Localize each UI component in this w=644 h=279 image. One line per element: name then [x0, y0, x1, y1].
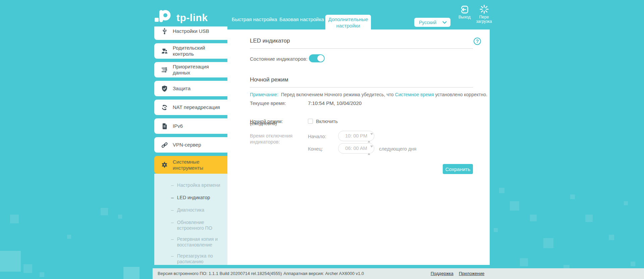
- note-text-2: установлено корректно.: [435, 92, 487, 97]
- submenu-item-firmware-update[interactable]: – Обновление встроенного ПО: [154, 220, 227, 231]
- logout-icon: [457, 5, 472, 14]
- submenu-item-label: Настройка времени: [177, 182, 220, 188]
- submenu-item-label: Резервная копия и восстановление: [177, 236, 223, 248]
- sidebar-item-qos[interactable]: Приоритезация данных: [154, 62, 227, 77]
- sidebar-item-nat-forwarding[interactable]: NAT переадресация: [154, 100, 227, 115]
- tp-link-logo: tp-link: [154, 9, 208, 26]
- firmware-version-text: Версия встроенного ПО: 1.1.1 Build 20200…: [158, 268, 282, 279]
- submenu-item-label: LED индикатор: [177, 195, 210, 201]
- sidebar-item-label: VPN-сервер: [173, 142, 201, 148]
- sidebar-item-label: Родительский контроль: [173, 45, 225, 57]
- sidebar-item-label: Настройки USB: [173, 28, 209, 34]
- led-section-title: LED индикатор: [250, 38, 290, 44]
- submenu-dash: –: [171, 236, 174, 248]
- reboot-button[interactable]: Пере загрузка: [474, 4, 494, 24]
- sidebar-item-label: Системные инструменты: [173, 159, 225, 171]
- logout-button[interactable]: Выход: [457, 5, 472, 19]
- submenu-dash: –: [171, 182, 174, 188]
- start-time-label: Начало:: [308, 134, 326, 139]
- sidebar-item-security[interactable]: Защита: [154, 81, 227, 96]
- sidebar-item-parental-control[interactable]: Родительский контроль: [154, 43, 227, 59]
- reboot-label-line1: Пере: [479, 15, 489, 19]
- sidebar-item-label: Приоритезация данных: [173, 64, 225, 76]
- night-mode-note: Примечание: Перед включением Ночного реж…: [250, 92, 487, 97]
- logout-label: Выход: [459, 15, 471, 19]
- shield-icon: [161, 85, 168, 92]
- tab-basic-settings[interactable]: Базовая настройка: [278, 15, 325, 30]
- sidebar-item-label: Защита: [173, 86, 191, 92]
- night-mode-section-title: Ночной режим: [250, 76, 288, 83]
- hardware-version-text: Аппаратная версия: Archer AX6000 v1.0: [283, 268, 364, 279]
- qos-icon: [161, 66, 168, 73]
- submenu-item-diagnostics[interactable]: – Диагностика: [154, 207, 227, 213]
- reboot-icon: [474, 4, 494, 14]
- usb-icon: [161, 27, 168, 35]
- submenu-item-label: Обновление встроенного ПО: [177, 220, 223, 231]
- end-time-input[interactable]: 06: 00 AM: [338, 143, 374, 154]
- parental-control-icon: [161, 48, 168, 55]
- main-tabs: Быстрая настройка Базовая настройка Допо…: [231, 15, 371, 30]
- start-time-value: 10: 00 PM: [345, 133, 367, 138]
- sidebar-item-vpn-server[interactable]: VPN-сервер: [154, 137, 227, 153]
- current-time-value: 7:10:54 PM, 10/04/2020: [308, 100, 362, 106]
- language-value: Русский: [419, 20, 436, 25]
- sidebar-item-label: IPv6: [173, 123, 183, 129]
- submenu-item-scheduled-reboot[interactable]: – Перезагрузка по расписанию: [154, 253, 227, 265]
- submenu-item-label: Перезагрузка по расписанию: [177, 253, 223, 265]
- help-icon[interactable]: ?: [474, 38, 481, 45]
- nat-forwarding-icon: [161, 104, 168, 111]
- end-time-label: Конец:: [308, 146, 323, 152]
- sidebar-menu: Настройки USB Родительский контроль Прио…: [154, 26, 227, 265]
- chevron-down-icon: [442, 20, 447, 25]
- tp-link-logo-icon: [154, 9, 173, 26]
- night-mode-label-glitch: (ежедневно) Ночной режим:: [250, 119, 304, 127]
- submenu-item-time-settings[interactable]: – Настройка времени: [154, 182, 227, 188]
- sidebar-item-usb[interactable]: Настройки USB: [154, 26, 227, 40]
- current-time-label: Текущее время:: [250, 101, 286, 106]
- app-link[interactable]: Приложение: [459, 268, 484, 279]
- sidebar-item-label: NAT переадресация: [173, 104, 220, 110]
- spinner-arrows-icon[interactable]: [368, 133, 371, 143]
- system-time-link[interactable]: Системное время: [395, 92, 434, 97]
- night-mode-enable-checkbox[interactable]: [308, 119, 313, 124]
- end-time-value: 06: 00 AM: [345, 146, 367, 151]
- note-label: Примечание:: [250, 92, 278, 97]
- led-off-period-label: Время отключения индикаторов:: [250, 133, 304, 145]
- ipv6-icon: [161, 123, 168, 130]
- section-divider: [250, 48, 473, 49]
- sidebar-item-system-tools[interactable]: Системные инструменты: [154, 156, 227, 174]
- led-status-toggle[interactable]: [309, 54, 325, 62]
- submenu-dash: –: [171, 253, 174, 265]
- submenu-dash: –: [171, 207, 174, 213]
- content-panel: ? LED индикатор Состояние индикаторов: Н…: [227, 30, 490, 265]
- gear-icon: [161, 161, 168, 168]
- save-button[interactable]: Сохранить: [443, 164, 473, 174]
- tab-advanced-settings[interactable]: Дополнительные настройки: [325, 15, 371, 30]
- support-link[interactable]: Поддержка: [431, 268, 453, 279]
- tab-quick-setup[interactable]: Быстрая настройка: [231, 15, 278, 30]
- submenu-dash: –: [171, 220, 174, 231]
- start-time-input[interactable]: 10: 00 PM: [338, 131, 374, 141]
- submenu-item-led-indicator[interactable]: – LED индикатор: [154, 195, 227, 201]
- spinner-arrows-icon[interactable]: [368, 146, 371, 155]
- submenu-item-label: Диагностика: [177, 207, 204, 213]
- vpn-link-icon: [161, 142, 168, 149]
- language-select[interactable]: Русский: [414, 18, 450, 27]
- system-tools-submenu: – Настройка времени – LED индикатор – Ди…: [154, 174, 227, 265]
- night-mode-label: Ночной режим:: [250, 119, 283, 124]
- logo-text: tp-link: [176, 12, 208, 23]
- footer-bar: Версия встроенного ПО: 1.1.1 Build 20200…: [153, 268, 644, 279]
- sidebar-item-ipv6[interactable]: IPv6: [154, 118, 227, 134]
- next-day-label: следующего дня: [379, 146, 416, 152]
- toggle-knob: [317, 55, 324, 62]
- enable-checkbox-label: Включить: [316, 119, 338, 124]
- submenu-dash: –: [171, 195, 174, 201]
- note-text-1: Перед включением Ночного режима убедитес…: [281, 92, 394, 97]
- submenu-item-backup-restore[interactable]: – Резервная копия и восстановление: [154, 236, 227, 248]
- reboot-label-line2: загрузка: [476, 19, 492, 24]
- section-divider: [250, 87, 473, 88]
- led-status-label: Состояние индикаторов:: [250, 56, 308, 62]
